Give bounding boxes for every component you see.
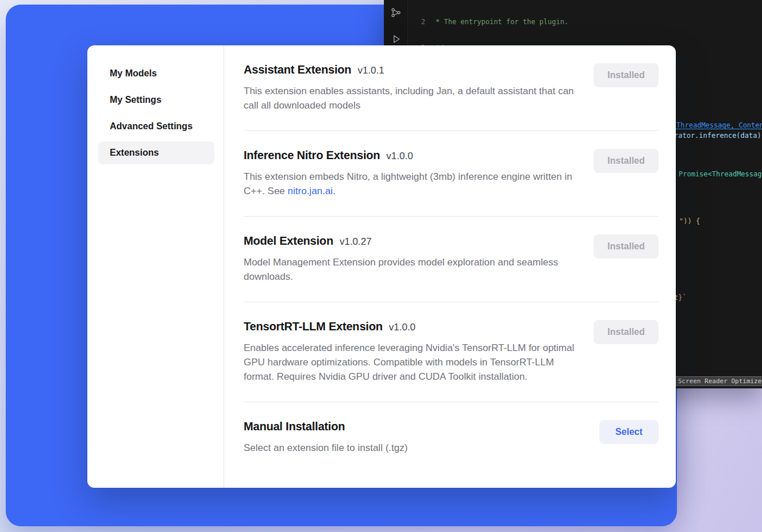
stage: 2* The entrypoint for the plugin. 3*/ 4 … bbox=[0, 0, 762, 532]
extension-row-assistant: Assistant Extension v1.0.1 This extensio… bbox=[244, 45, 659, 130]
screen-reader-badge: Screen Reader Optimized bbox=[674, 376, 762, 386]
code-line: 2* The entrypoint for the plugin. bbox=[408, 17, 762, 27]
installed-button[interactable]: Installed bbox=[594, 234, 659, 259]
installed-button[interactable]: Installed bbox=[594, 320, 659, 344]
extension-title: Manual Installation bbox=[244, 420, 345, 433]
extension-title: TensortRT-LLM Extension bbox=[244, 320, 383, 333]
sidebar-item-my-models[interactable]: My Models bbox=[98, 62, 214, 85]
nitro-jan-ai-link[interactable]: nitro.jan.ai. bbox=[288, 186, 336, 196]
manual-installation-row: Manual Installation Select an extension … bbox=[244, 402, 659, 473]
code-fragment: t}` bbox=[674, 294, 687, 302]
settings-sidebar: My Models My Settings Advanced Settings … bbox=[87, 45, 224, 488]
installed-button[interactable]: Installed bbox=[594, 149, 659, 173]
extension-row-model: Model Extension v1.0.27 Model Management… bbox=[244, 216, 659, 302]
settings-modal: My Models My Settings Advanced Settings … bbox=[87, 45, 676, 488]
extension-row-nitro: Inference Nitro Extension v1.0.0 This ex… bbox=[244, 130, 659, 216]
editor-status-area: go Screen Reader Optimized bbox=[661, 376, 762, 387]
extension-title: Inference Nitro Extension bbox=[244, 149, 380, 162]
installed-button[interactable]: Installed bbox=[594, 63, 659, 87]
code-fragment: rator.inference(data)); bbox=[674, 132, 762, 140]
extension-description: Select an extension file to install (.tg… bbox=[244, 441, 576, 455]
sidebar-item-my-settings[interactable]: My Settings bbox=[98, 88, 214, 111]
extension-description: This extension embeds Nitro, a lightweig… bbox=[244, 169, 576, 198]
extension-version: v1.0.0 bbox=[389, 322, 415, 333]
sidebar-item-advanced-settings[interactable]: Advanced Settings bbox=[98, 115, 214, 138]
share-graph-icon[interactable] bbox=[389, 6, 403, 20]
run-debug-icon[interactable] bbox=[389, 32, 403, 46]
select-button[interactable]: Select bbox=[599, 420, 659, 444]
extension-description: Enables accelerated inference leveraging… bbox=[244, 341, 576, 384]
sidebar-item-extensions[interactable]: Extensions bbox=[98, 141, 214, 164]
code-fragment: Promise<ThreadMessage> bbox=[679, 170, 762, 179]
extensions-panel: Assistant Extension v1.0.1 This extensio… bbox=[224, 45, 676, 488]
extension-version: v1.0.27 bbox=[340, 236, 372, 248]
extension-version: v1.0.0 bbox=[386, 151, 413, 162]
extension-version: v1.0.1 bbox=[357, 65, 384, 76]
extension-title: Model Extension bbox=[244, 234, 333, 248]
extension-description: This extension enables assistants, inclu… bbox=[244, 84, 576, 113]
extension-row-tensorrt: TensortRT-LLM Extension v1.0.0 Enables a… bbox=[244, 302, 659, 402]
extension-description: Model Management Extension provides mode… bbox=[244, 255, 576, 284]
extension-title: Assistant Extension bbox=[244, 63, 351, 76]
code-fragment: ")) { bbox=[679, 217, 700, 226]
